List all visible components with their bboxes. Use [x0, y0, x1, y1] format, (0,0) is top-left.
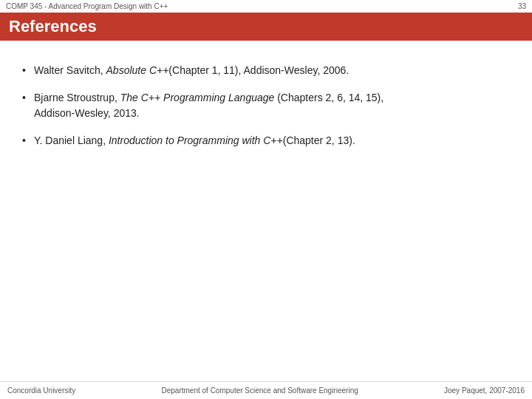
footer-right: Joey Paquet, 2007-2016 [444, 386, 525, 395]
bullet-prefix-3: Y. Daniel Liang, [34, 134, 109, 146]
footer-center: Department of Computer Science and Softw… [162, 386, 358, 395]
slide-title: References [9, 17, 523, 36]
course-title: COMP 345 - Advanced Program Design with … [6, 2, 168, 10]
bullet-italic-3: Introduction to Programming with C++ [109, 134, 283, 146]
header-bar: References [0, 13, 532, 41]
footer: Concordia University Department of Compu… [0, 381, 532, 399]
bullet-italic-1: Absolute C++ [106, 64, 169, 76]
bullet-prefix-1: Walter Savitch, [34, 64, 106, 76]
list-item: Walter Savitch, Absolute C++(Chapter 1, … [22, 63, 510, 78]
list-item: Bjarne Stroustrup, The C++ Programming L… [22, 90, 510, 121]
content-area: Walter Savitch, Absolute C++(Chapter 1, … [0, 41, 532, 175]
slide-number: 33 [518, 2, 526, 10]
footer-left: Concordia University [7, 386, 75, 395]
bullet-suffix-1: (Chapter 1, 11), Addison-Wesley, 2006. [168, 64, 349, 76]
bullet-suffix-3: (Chapter 2, 13). [283, 134, 355, 146]
references-list: Walter Savitch, Absolute C++(Chapter 1, … [22, 63, 510, 149]
list-item: Y. Daniel Liang, Introduction to Program… [22, 133, 510, 149]
bullet-italic-2: The C++ Programming Language [120, 92, 275, 103]
bullet-prefix-2: Bjarne Stroustrup, [34, 92, 120, 103]
top-bar: COMP 345 - Advanced Program Design with … [0, 0, 532, 13]
